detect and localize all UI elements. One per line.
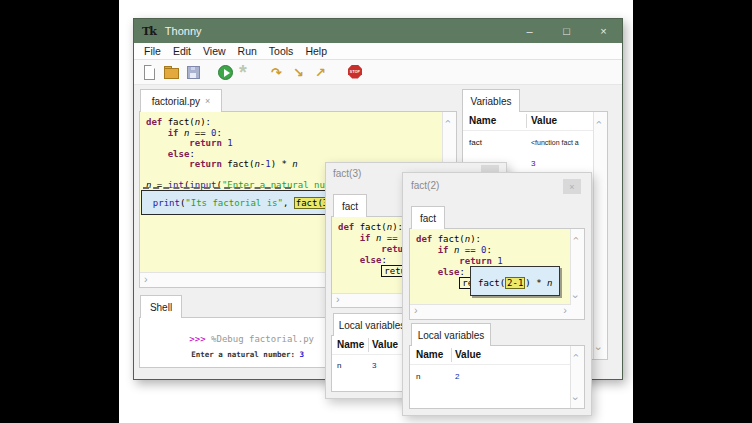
fact2-tab-label: fact [420, 213, 436, 224]
fact3-tab-fact[interactable]: fact [333, 194, 367, 217]
fact2-table-vscrollbar[interactable]: › › [570, 346, 584, 408]
thonny-app-icon: Tk [142, 25, 156, 38]
open-folder-icon [164, 68, 179, 79]
scroll-down-icon[interactable]: › [570, 397, 581, 401]
statement-frame-dashes [143, 187, 291, 189]
run-button[interactable] [217, 64, 234, 81]
scroll-left-icon[interactable]: › [336, 294, 340, 305]
shell-io-line: Enter a natural number: 3 [155, 341, 304, 368]
var-name-fact[interactable]: fact [469, 138, 482, 147]
fact2-tab-fact[interactable]: fact [411, 206, 445, 229]
fact3-local-variables-label: Local variables [339, 320, 406, 331]
step-into-button[interactable]: ↘ [293, 64, 310, 81]
column-separator [526, 114, 527, 128]
new-file-icon [144, 65, 155, 80]
active-statement-code: print("Its factorial is", fact(3)) [142, 198, 341, 208]
screenshot-stage: Tk Thonny – □ × File Edit View Run Tools… [0, 0, 752, 423]
save-icon [187, 66, 200, 79]
titlebar[interactable]: Tk Thonny – □ × [134, 19, 622, 43]
scroll-left-icon[interactable]: › [414, 305, 418, 316]
stop-button[interactable]: STOP [347, 64, 364, 81]
shell-io-input: 3 [300, 350, 305, 359]
fact2-code-pane: def fact(n): if n == 0: return 1 else: r… [409, 228, 585, 320]
column-value: Value [455, 349, 481, 360]
column-separator [451, 348, 452, 362]
maximize-button[interactable]: □ [548, 19, 585, 43]
menu-view[interactable]: View [197, 45, 232, 57]
debug-icon: * [239, 61, 247, 84]
fact2-var-name-n[interactable]: n [416, 372, 420, 381]
fact3-tab-local-variables[interactable]: Local variables [333, 313, 411, 336]
debug-button[interactable]: * [239, 64, 256, 81]
step-over-button[interactable]: ↷ [271, 64, 288, 81]
fact2-vscrollbar[interactable]: › › [570, 229, 584, 319]
fact2-tab-local-variables[interactable]: Local variables [411, 323, 491, 346]
menu-file[interactable]: File [138, 45, 167, 57]
scroll-up-icon[interactable]: › [442, 120, 453, 124]
shell-tab-label: Shell [150, 302, 172, 313]
scroll-up-icon[interactable]: › [570, 237, 581, 241]
tab-variables[interactable]: Variables [462, 89, 520, 112]
step-out-button[interactable]: ↗ [315, 64, 332, 81]
scroll-up-icon[interactable]: › [570, 354, 581, 358]
scroll-up-icon[interactable]: › [593, 121, 604, 125]
minimize-button[interactable]: – [511, 19, 548, 43]
fact2-close-button[interactable]: × [563, 179, 581, 194]
step-over-icon: ↷ [271, 64, 282, 81]
menu-tools[interactable]: Tools [263, 45, 300, 57]
tab-close-icon[interactable]: × [205, 96, 210, 106]
column-value: Value [372, 339, 398, 350]
window-title: Thonny [165, 25, 511, 37]
var-value-n[interactable]: 3 [531, 159, 535, 168]
evaluated-expression: fact(2-1) * n [478, 277, 552, 289]
fact2-local-variables-label: Local variables [418, 330, 485, 341]
fact3-window-title: fact(3) [333, 168, 361, 179]
column-separator [368, 338, 369, 352]
stop-icon: STOP [348, 65, 362, 79]
scroll-left-icon[interactable]: › [144, 274, 148, 285]
fact2-hscrollbar[interactable]: › › [410, 304, 571, 319]
var-value-fact[interactable]: <function fact a [531, 139, 579, 146]
open-file-button[interactable] [163, 64, 180, 81]
variables-vscrollbar[interactable]: › › [593, 112, 607, 359]
scroll-down-icon[interactable]: › [570, 295, 581, 299]
column-name: Name [469, 115, 496, 126]
fact3-tab-label: fact [342, 201, 358, 212]
menu-run[interactable]: Run [232, 45, 263, 57]
run-icon [218, 65, 233, 80]
fact2-local-variables-pane: Name Value n 2 › › [409, 345, 585, 409]
variables-table-header: Name Value [463, 112, 607, 131]
tab-shell[interactable]: Shell [140, 295, 182, 318]
shell-io-prompt: Enter a natural number: [191, 350, 299, 359]
menubar: File Edit View Run Tools Help [134, 43, 622, 60]
fact3-var-name-n[interactable]: n [337, 361, 341, 370]
tab-label: factorial.py [152, 96, 200, 107]
menu-help[interactable]: Help [299, 45, 333, 57]
toolbar: * ↷ ↘ ↗ STOP [134, 60, 622, 85]
fact2-table-header: Name Value [410, 346, 584, 365]
column-value: Value [531, 115, 557, 126]
fact2-window: fact(2) × fact def fact(n): if n == 0: r… [402, 172, 592, 416]
tab-factorial-py[interactable]: factorial.py × [140, 89, 222, 112]
save-button[interactable] [185, 64, 202, 81]
step-out-icon: ↗ [315, 64, 326, 81]
scroll-down-icon[interactable]: › [593, 347, 604, 351]
menu-edit[interactable]: Edit [167, 45, 197, 57]
column-name: Name [337, 339, 364, 350]
evaluation-popup: fact(2-1) * n [470, 266, 560, 296]
fact2-var-value-n[interactable]: 2 [455, 372, 459, 381]
fact2-local-variables-table: Name Value n 2 › › [410, 346, 584, 408]
variables-tab-label: Variables [471, 96, 512, 107]
step-into-icon: ↘ [293, 64, 304, 81]
column-name: Name [416, 349, 443, 360]
fact2-window-title: fact(2) [411, 180, 439, 191]
new-file-button[interactable] [141, 64, 158, 81]
scroll-right-icon[interactable]: › [563, 305, 567, 316]
fact3-var-value-n[interactable]: 3 [372, 361, 376, 370]
close-button[interactable]: × [585, 19, 622, 43]
